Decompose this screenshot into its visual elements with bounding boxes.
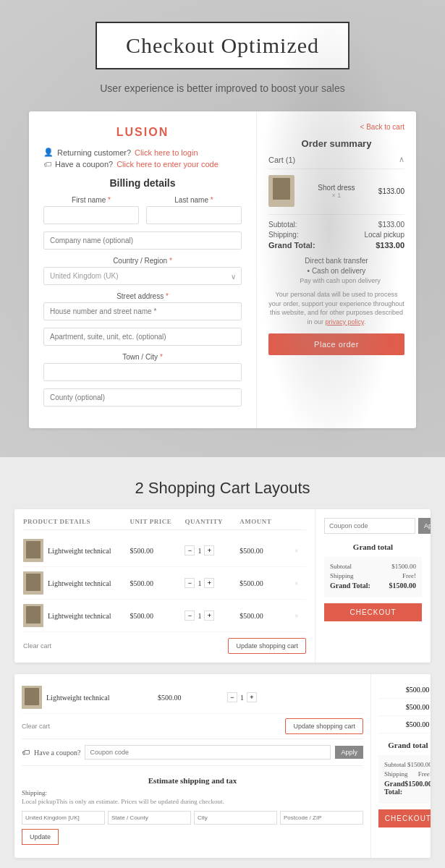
- col-amount: AMOUNT: [240, 518, 292, 525]
- last-name-input[interactable]: [146, 206, 242, 224]
- qty-control-2: − 1 +: [185, 578, 237, 588]
- amount-row-3: $500.00 ×: [378, 716, 431, 733]
- coupon-input-top[interactable]: [324, 518, 415, 534]
- remove-1[interactable]: ×: [294, 547, 306, 555]
- product-name-1: Lightweight technical: [48, 547, 111, 555]
- subtotal-top: Subtotal $1500.00: [330, 563, 416, 570]
- amount-col-rows: $500.00 × $500.00 × $500.00 ×: [378, 681, 431, 733]
- shipping-bottom: Shipping Free!: [384, 770, 431, 778]
- col-unit-price: UNIT PRICE: [130, 518, 182, 525]
- back-to-cart[interactable]: < Back to cart: [268, 123, 404, 131]
- product-thumbnail: [268, 175, 294, 207]
- first-name-label: First name *: [43, 196, 139, 204]
- cart-label: Cart (1): [268, 156, 295, 164]
- qty-minus-3[interactable]: −: [185, 610, 195, 621]
- city-field-estimate[interactable]: [194, 811, 277, 825]
- name-row: First name * Last name *: [43, 196, 242, 224]
- apt-field: [43, 328, 242, 346]
- bottom-qty-minus[interactable]: −: [227, 692, 237, 702]
- qty-plus-3[interactable]: +: [204, 610, 214, 621]
- clear-cart-top[interactable]: Clear cart: [23, 642, 51, 650]
- tag-icon: 🏷: [43, 160, 51, 169]
- login-link[interactable]: Click here to login: [135, 148, 198, 157]
- cart-layout-top: PRODUCT DETAILS UNIT PRICE QUANTITY AMOU…: [14, 509, 431, 663]
- subtotal-value: $133.00: [378, 221, 404, 229]
- apt-row: [43, 328, 242, 346]
- bottom-qty-plus[interactable]: +: [247, 692, 257, 702]
- checkout-top[interactable]: CHECKOUT: [324, 603, 422, 621]
- postcode-field-estimate[interactable]: [280, 811, 363, 825]
- coupon-link[interactable]: Click here to enter your code: [116, 160, 219, 169]
- clear-cart-bottom[interactable]: Clear cart: [22, 723, 50, 730]
- county-row: [43, 388, 242, 407]
- coupon-row-top: Apply: [324, 518, 422, 534]
- qty-minus-2[interactable]: −: [185, 578, 195, 588]
- street-input[interactable]: [43, 302, 242, 320]
- apt-input[interactable]: [43, 328, 242, 346]
- grand-top: Grand Total: $1500.00: [330, 582, 416, 590]
- unit-price-2: $500.00: [130, 579, 182, 587]
- qty-plus-1[interactable]: +: [204, 545, 214, 556]
- update-estimate-button[interactable]: Update: [22, 829, 59, 845]
- update-cart-bottom[interactable]: Update shopping cart: [285, 718, 363, 734]
- bottom-qty-val: 1: [240, 694, 244, 702]
- coupon-section-bottom: 🏷 Have a coupon? Apply: [22, 739, 363, 766]
- place-order-button[interactable]: Place order: [268, 333, 404, 355]
- qty-plus-2[interactable]: +: [204, 578, 214, 588]
- remove-2[interactable]: ×: [294, 579, 306, 587]
- cart-chevron-icon[interactable]: ∧: [399, 155, 404, 164]
- shipping-value: Local pickup: [364, 231, 404, 239]
- cart-row-3: Lightweight technical $500.00 − 1 + $500…: [23, 600, 306, 632]
- col-quantity: QUANTITY: [185, 518, 237, 525]
- cart-row-2: Lightweight technical $500.00 − 1 + $500…: [23, 567, 306, 600]
- town-input[interactable]: [43, 363, 242, 381]
- amount-row-2: $500.00 ×: [378, 699, 431, 716]
- qty-val-3: 1: [198, 612, 201, 620]
- remove-3[interactable]: ×: [294, 612, 306, 620]
- cart-left: PRODUCT DETAILS UNIT PRICE QUANTITY AMOU…: [14, 509, 315, 663]
- country-field: Country / Region * United Kingdom (UK): [43, 257, 242, 285]
- amount-1: $500.00: [240, 547, 292, 555]
- estimate-shipping-label: Shipping:: [22, 789, 363, 796]
- privacy-link[interactable]: privacy policy: [326, 318, 364, 326]
- street-row: Street address *: [43, 292, 242, 320]
- checkout-bottom[interactable]: CHECKOUT: [378, 809, 431, 827]
- cart-bottom-right: $500.00 × $500.00 × $500.00 × Grand tota…: [370, 674, 431, 858]
- town-label: Town / City *: [43, 353, 242, 361]
- last-name-field: Last name *: [146, 196, 242, 224]
- hero-title-box: Checkout Optimized: [96, 22, 349, 69]
- coupon-input-bottom[interactable]: [85, 745, 331, 760]
- unit-price-3: $500.00: [130, 612, 182, 620]
- first-name-field: First name *: [43, 196, 139, 224]
- item-qty: × 1: [300, 192, 373, 199]
- country-select[interactable]: United Kingdom (UK): [43, 267, 242, 285]
- bottom-product-info: Lightweight technical: [22, 686, 155, 709]
- company-field: [43, 231, 242, 250]
- apply-coupon-top[interactable]: Apply: [418, 518, 431, 534]
- street-field: Street address *: [43, 292, 242, 320]
- payment-bank[interactable]: Direct bank transfer: [268, 257, 404, 265]
- shipping-row: Shipping: Local pickup: [268, 231, 404, 239]
- qty-val-1: 1: [198, 547, 201, 555]
- state-field-estimate[interactable]: [108, 811, 191, 825]
- bottom-thumb: [22, 686, 42, 709]
- logo-accent: L: [116, 126, 125, 138]
- cart-table-header: PRODUCT DETAILS UNIT PRICE QUANTITY AMOU…: [23, 518, 306, 530]
- country-field-estimate[interactable]: [22, 811, 105, 825]
- returning-customer: 👤 Returning customer? Click here to logi…: [43, 148, 242, 157]
- county-input[interactable]: [43, 388, 242, 407]
- order-summary-title: Order summary: [268, 138, 404, 149]
- shipping-top: Shipping Free!: [330, 572, 416, 579]
- grand-total-row: Grand Total: $133.00: [268, 241, 404, 250]
- grand-total-label-bottom: Grand total: [378, 741, 431, 749]
- update-cart-top[interactable]: Update shopping cart: [228, 638, 306, 654]
- shipping-label: Shipping:: [268, 231, 299, 239]
- bottom-product-name: Lightweight technical: [46, 694, 109, 702]
- user-icon: 👤: [43, 148, 54, 157]
- bottom-unit-price: $500.00: [158, 694, 224, 702]
- first-name-input[interactable]: [43, 206, 139, 224]
- qty-minus-1[interactable]: −: [185, 545, 195, 556]
- company-input[interactable]: [43, 231, 242, 250]
- cart-top-actions: Clear cart Update shopping cart: [23, 632, 306, 654]
- apply-coupon-bottom[interactable]: Apply: [335, 746, 363, 759]
